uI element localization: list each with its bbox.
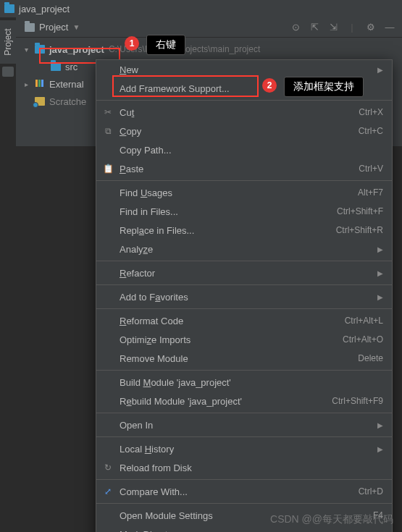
sidebar-structure-icon[interactable] bbox=[2, 67, 14, 77]
menu-separator bbox=[96, 479, 392, 480]
sidebar-project-tab[interactable]: Project bbox=[0, 20, 16, 64]
submenu-arrow-icon: ▶ bbox=[377, 421, 383, 429]
menu-compare-with[interactable]: ⤢Compare With...Ctrl+D bbox=[96, 482, 392, 501]
external-label: External bbox=[49, 79, 84, 90]
project-toolbar: Project ▼ ⊙ ⇱ ⇲ | ⚙ — bbox=[16, 17, 402, 38]
svg-rect-2 bbox=[41, 80, 43, 87]
menu-separator bbox=[96, 308, 392, 309]
menu-reload-from-disk[interactable]: ↻Reload from Disk bbox=[96, 458, 392, 477]
menu-cut[interactable]: ✂CutCtrl+X bbox=[96, 103, 392, 122]
menu-optimize-imports[interactable]: Optimize ImportsCtrl+Alt+O bbox=[96, 330, 392, 349]
cut-icon: ✂ bbox=[102, 106, 114, 118]
menu-find-in-files[interactable]: Find in Files...Ctrl+Shift+F bbox=[96, 202, 392, 221]
expand-icon[interactable]: ⇱ bbox=[309, 22, 319, 33]
titlebar-title: java_project bbox=[19, 4, 70, 14]
menu-paste[interactable]: 📋PasteCtrl+V bbox=[96, 159, 392, 178]
collapse-icon[interactable]: ⇲ bbox=[328, 22, 338, 33]
menu-open-in[interactable]: Open In▶ bbox=[96, 415, 392, 434]
menu-separator bbox=[96, 284, 392, 285]
chevron-down-icon[interactable]: ▼ bbox=[72, 23, 80, 31]
module-folder-icon bbox=[35, 45, 45, 54]
menu-rebuild-module[interactable]: Rebuild Module 'java_project'Ctrl+Shift+… bbox=[96, 392, 392, 410]
src-label: src bbox=[65, 62, 78, 72]
toolbar-actions: ⊙ ⇱ ⇲ | ⚙ — bbox=[290, 22, 402, 33]
annotation-badge-2: 2 bbox=[262, 78, 277, 93]
menu-remove-module[interactable]: Remove ModuleDelete bbox=[96, 349, 392, 368]
menu-separator bbox=[96, 100, 392, 101]
titlebar: java_project bbox=[0, 0, 402, 17]
menu-local-history[interactable]: Local History▶ bbox=[96, 439, 392, 458]
submenu-arrow-icon: ▶ bbox=[377, 445, 383, 453]
svg-rect-1 bbox=[38, 80, 41, 87]
menu-separator bbox=[96, 436, 392, 437]
project-name: java_project bbox=[49, 44, 104, 55]
compare-icon: ⤢ bbox=[102, 486, 114, 497]
menu-replace-in-files[interactable]: Replace in Files...Ctrl+Shift+R bbox=[96, 221, 392, 240]
menu-refactor[interactable]: Refactor▶ bbox=[96, 263, 392, 282]
minimize-icon[interactable]: — bbox=[385, 22, 395, 33]
menu-copy-path[interactable]: Copy Path... bbox=[96, 140, 392, 159]
menu-separator bbox=[96, 413, 392, 413]
watermark: CSDN @@每天都要敲代码 bbox=[270, 513, 393, 526]
scratches-icon bbox=[35, 97, 45, 106]
menu-separator bbox=[96, 370, 392, 371]
svg-rect-0 bbox=[35, 80, 38, 87]
reload-icon: ↻ bbox=[102, 462, 114, 473]
menu-separator bbox=[96, 503, 392, 504]
copy-icon: ⧉ bbox=[102, 125, 114, 137]
menu-build-module[interactable]: Build Module 'java_project' bbox=[96, 373, 392, 392]
menu-copy[interactable]: ⧉CopyCtrl+C bbox=[96, 122, 392, 140]
chevron-right-icon[interactable]: ▸ bbox=[25, 80, 33, 88]
submenu-arrow-icon: ▶ bbox=[377, 245, 383, 253]
annotation-badge-1: 1 bbox=[125, 36, 139, 51]
locate-icon[interactable]: ⊙ bbox=[290, 22, 301, 33]
libraries-icon bbox=[35, 78, 45, 90]
view-folder-icon bbox=[25, 23, 35, 32]
menu-reformat-code[interactable]: Reformat CodeCtrl+Alt+L bbox=[96, 311, 392, 330]
view-selector[interactable]: Project bbox=[39, 22, 68, 33]
menu-separator bbox=[96, 261, 392, 261]
project-folder-icon bbox=[4, 4, 14, 13]
gear-icon[interactable]: ⚙ bbox=[366, 22, 376, 33]
menu-analyze[interactable]: Analyze▶ bbox=[96, 240, 392, 258]
menu-add-favorites[interactable]: Add to Favorites▶ bbox=[96, 287, 392, 306]
sidebar-label-text: Project bbox=[3, 28, 13, 55]
divider: | bbox=[347, 22, 357, 33]
annotation-tooltip-2: 添加框架支持 bbox=[284, 77, 364, 97]
paste-icon: 📋 bbox=[102, 163, 114, 174]
menu-separator bbox=[96, 180, 392, 181]
submenu-arrow-icon: ▶ bbox=[377, 269, 383, 277]
annotation-tooltip-1: 右键 bbox=[146, 35, 185, 55]
menu-find-usages[interactable]: Find UsagesAlt+F7 bbox=[96, 183, 392, 202]
context-menu: New▶ Add Framework Support... ✂CutCtrl+X… bbox=[96, 59, 393, 532]
chevron-down-icon[interactable]: ▾ bbox=[25, 46, 33, 54]
submenu-arrow-icon: ▶ bbox=[377, 293, 383, 301]
submenu-arrow-icon: ▶ bbox=[377, 66, 383, 74]
tree-project-root[interactable]: ▾ java_project C:\Users\DH\IdeaProjects\… bbox=[16, 41, 402, 58]
scratches-label: Scratche bbox=[49, 96, 86, 107]
source-folder-icon bbox=[51, 62, 61, 71]
